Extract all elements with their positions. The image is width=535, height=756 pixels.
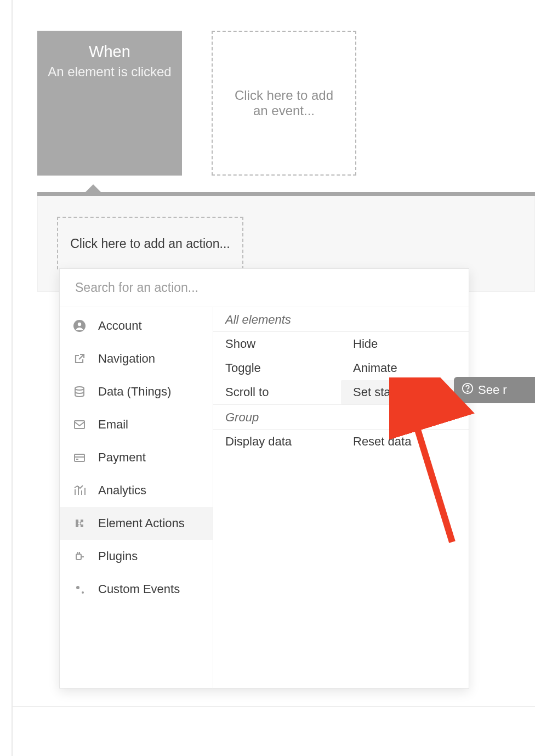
category-label: Element Actions xyxy=(98,516,185,531)
category-label: Analytics xyxy=(98,483,146,498)
group-header-group: Group xyxy=(213,404,469,430)
category-account[interactable]: Account xyxy=(60,309,213,342)
svg-point-6 xyxy=(76,586,79,589)
search-row xyxy=(60,269,469,307)
category-label: Payment xyxy=(98,450,146,465)
add-event-placeholder[interactable]: Click here to add an event... xyxy=(212,31,356,176)
help-icon xyxy=(462,382,474,398)
category-custom-events[interactable]: Custom Events xyxy=(60,573,213,606)
event-subtitle: An element is clicked xyxy=(37,64,182,80)
external-link-icon xyxy=(73,352,95,365)
action-show[interactable]: Show xyxy=(213,332,341,356)
category-email[interactable]: Email xyxy=(60,408,213,441)
credit-card-icon xyxy=(73,451,95,464)
action-reset-data[interactable]: Reset data xyxy=(341,430,469,454)
action-dropdown: Account Navigation Data (Things) Email xyxy=(59,268,469,689)
database-icon xyxy=(73,385,95,398)
svg-rect-5 xyxy=(76,554,81,560)
svg-point-9 xyxy=(467,391,468,392)
category-label: Data (Things) xyxy=(98,385,171,399)
action-toggle[interactable]: Toggle xyxy=(213,356,341,380)
category-label: Navigation xyxy=(98,352,155,366)
vertical-divider xyxy=(12,0,13,756)
svg-rect-3 xyxy=(75,421,84,428)
see-reference-label: See r xyxy=(478,383,507,397)
action-animate[interactable]: Animate xyxy=(341,356,469,380)
category-label: Account xyxy=(98,319,142,333)
category-label: Plugins xyxy=(98,549,138,563)
add-action-label: Click here to add an action... xyxy=(70,236,230,251)
svg-rect-4 xyxy=(75,454,84,461)
category-navigation[interactable]: Navigation xyxy=(60,342,213,375)
category-label: Custom Events xyxy=(98,582,180,596)
workflow-separator xyxy=(37,192,535,196)
category-payment[interactable]: Payment xyxy=(60,441,213,474)
category-list: Account Navigation Data (Things) Email xyxy=(60,307,213,689)
gears-icon xyxy=(73,583,95,596)
svg-point-1 xyxy=(78,323,81,326)
add-action-placeholder[interactable]: Click here to add an action... xyxy=(57,217,243,269)
footer-divider xyxy=(12,706,535,707)
action-list: All elements Show Hide Toggle Animate Sc… xyxy=(213,307,469,689)
svg-point-7 xyxy=(82,591,84,594)
puzzle-bolt-icon xyxy=(73,517,95,530)
action-set-state[interactable]: Set state xyxy=(341,380,469,404)
plug-icon xyxy=(73,550,95,563)
see-reference-button[interactable]: See r xyxy=(454,377,535,403)
user-icon xyxy=(73,319,95,332)
category-data[interactable]: Data (Things) xyxy=(60,375,213,408)
category-plugins[interactable]: Plugins xyxy=(60,540,213,573)
category-element-actions[interactable]: Element Actions xyxy=(60,507,213,540)
action-search-input[interactable] xyxy=(75,280,453,295)
event-title: When xyxy=(37,43,182,61)
action-hide[interactable]: Hide xyxy=(341,332,469,356)
event-block-when[interactable]: When An element is clicked xyxy=(37,31,182,176)
mail-icon xyxy=(73,418,95,431)
category-analytics[interactable]: Analytics xyxy=(60,474,213,507)
add-event-label: Click here to add an event... xyxy=(229,88,339,119)
action-display-data[interactable]: Display data xyxy=(213,430,341,454)
event-pointer xyxy=(85,184,101,193)
category-label: Email xyxy=(98,418,128,432)
chart-icon xyxy=(73,484,95,497)
svg-point-2 xyxy=(75,387,84,390)
group-header-all-elements: All elements xyxy=(213,307,469,332)
action-scroll-to[interactable]: Scroll to xyxy=(213,380,341,404)
